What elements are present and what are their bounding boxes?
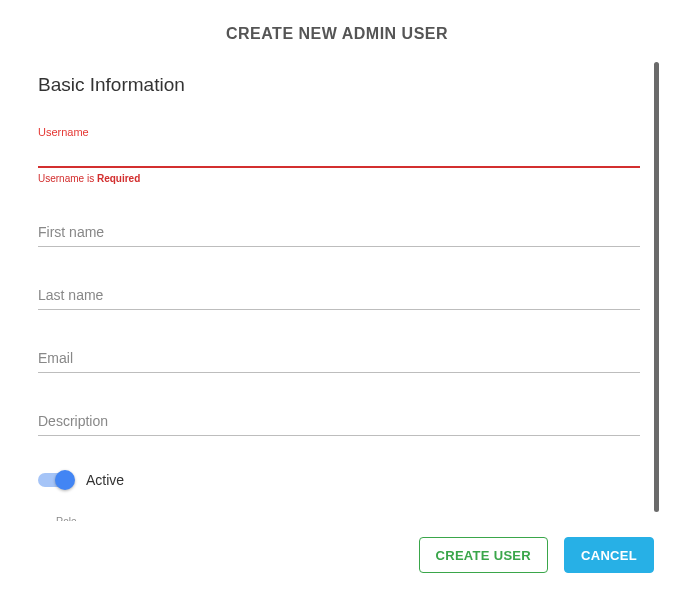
username-label: Username: [38, 126, 640, 138]
username-error-bold: Required: [97, 173, 140, 184]
email-input[interactable]: [38, 346, 640, 373]
active-toggle[interactable]: [38, 473, 72, 487]
username-error-prefix: Username is: [38, 173, 97, 184]
create-user-button[interactable]: CREATE USER: [419, 537, 549, 573]
lastname-field: [38, 283, 640, 310]
role-select[interactable]: Role Default Role: [56, 516, 640, 521]
email-field: [38, 346, 640, 373]
section-heading: Basic Information: [38, 74, 640, 96]
username-field: Username Username is Required: [38, 126, 640, 184]
active-toggle-label: Active: [86, 472, 124, 488]
active-toggle-row: Active: [38, 472, 640, 488]
toggle-thumb: [55, 470, 75, 490]
firstname-field: [38, 220, 640, 247]
description-field: [38, 409, 640, 436]
username-input[interactable]: [38, 140, 640, 168]
lastname-input[interactable]: [38, 283, 640, 310]
page-title: CREATE NEW ADMIN USER: [0, 0, 674, 43]
form-scroll-area: Basic Information Username Username is R…: [0, 60, 656, 521]
scrollbar[interactable]: [654, 62, 659, 512]
username-error: Username is Required: [38, 173, 640, 184]
description-input[interactable]: [38, 409, 640, 436]
firstname-input[interactable]: [38, 220, 640, 247]
role-label: Role: [56, 516, 640, 521]
cancel-button[interactable]: CANCEL: [564, 537, 654, 573]
button-row: CREATE USER CANCEL: [419, 537, 654, 573]
